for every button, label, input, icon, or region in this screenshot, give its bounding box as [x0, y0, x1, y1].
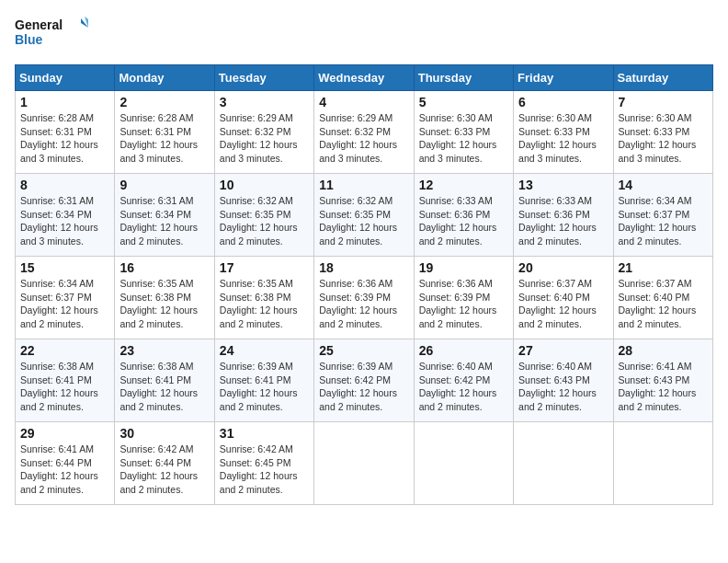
calendar-week-5: 29Sunrise: 6:41 AMSunset: 6:44 PMDayligh… — [16, 422, 713, 505]
day-info: Sunrise: 6:30 AMSunset: 6:33 PMDaylight:… — [518, 111, 608, 166]
day-number: 20 — [518, 260, 608, 275]
day-info: Sunrise: 6:31 AMSunset: 6:34 PMDaylight:… — [119, 194, 209, 248]
calendar-cell: 3Sunrise: 6:29 AMSunset: 6:32 PMDaylight… — [214, 91, 313, 174]
day-number: 23 — [119, 343, 209, 358]
calendar-cell: 28Sunrise: 6:41 AMSunset: 6:43 PMDayligh… — [613, 339, 712, 422]
day-info: Sunrise: 6:42 AMSunset: 6:44 PMDaylight:… — [119, 442, 209, 497]
day-info: Sunrise: 6:38 AMSunset: 6:41 PMDaylight:… — [119, 360, 209, 414]
day-info: Sunrise: 6:39 AMSunset: 6:42 PMDaylight:… — [319, 360, 408, 414]
day-info: Sunrise: 6:31 AMSunset: 6:34 PMDaylight:… — [20, 194, 109, 248]
calendar-header-row: SundayMondayTuesdayWednesdayThursdayFrid… — [16, 65, 713, 91]
calendar-cell: 29Sunrise: 6:41 AMSunset: 6:44 PMDayligh… — [16, 422, 115, 505]
calendar-cell: 14Sunrise: 6:34 AMSunset: 6:37 PMDayligh… — [613, 174, 712, 257]
page-header: General Blue — [15, 15, 713, 53]
day-number: 8 — [20, 178, 109, 192]
calendar-week-4: 22Sunrise: 6:38 AMSunset: 6:41 PMDayligh… — [16, 339, 713, 422]
day-number: 18 — [319, 260, 408, 275]
day-info: Sunrise: 6:36 AMSunset: 6:39 PMDaylight:… — [319, 277, 408, 331]
calendar-cell: 2Sunrise: 6:28 AMSunset: 6:31 PMDaylight… — [115, 91, 214, 174]
day-number: 30 — [119, 426, 209, 441]
calendar-cell: 12Sunrise: 6:33 AMSunset: 6:36 PMDayligh… — [414, 174, 513, 257]
day-info: Sunrise: 6:29 AMSunset: 6:32 PMDaylight:… — [319, 111, 408, 166]
day-number: 14 — [619, 178, 708, 192]
day-info: Sunrise: 6:41 AMSunset: 6:44 PMDaylight:… — [20, 442, 109, 497]
day-number: 2 — [119, 95, 209, 109]
calendar-cell: 8Sunrise: 6:31 AMSunset: 6:34 PMDaylight… — [16, 174, 115, 257]
day-number: 17 — [220, 260, 309, 275]
day-info: Sunrise: 6:41 AMSunset: 6:43 PMDaylight:… — [619, 360, 708, 414]
calendar-cell: 9Sunrise: 6:31 AMSunset: 6:34 PMDaylight… — [115, 174, 214, 257]
calendar-cell: 7Sunrise: 6:30 AMSunset: 6:33 PMDaylight… — [613, 91, 712, 174]
calendar-cell: 24Sunrise: 6:39 AMSunset: 6:41 PMDayligh… — [214, 339, 313, 422]
calendar-cell: 17Sunrise: 6:35 AMSunset: 6:38 PMDayligh… — [214, 257, 313, 339]
day-number: 10 — [220, 178, 309, 192]
calendar-cell: 30Sunrise: 6:42 AMSunset: 6:44 PMDayligh… — [115, 422, 214, 505]
calendar-cell: 18Sunrise: 6:36 AMSunset: 6:39 PMDayligh… — [314, 257, 414, 339]
day-info: Sunrise: 6:32 AMSunset: 6:35 PMDaylight:… — [220, 194, 309, 248]
day-info: Sunrise: 6:28 AMSunset: 6:31 PMDaylight:… — [20, 111, 109, 166]
day-number: 31 — [220, 426, 309, 441]
calendar-cell — [613, 422, 712, 505]
day-info: Sunrise: 6:34 AMSunset: 6:37 PMDaylight:… — [619, 194, 708, 248]
calendar-cell: 10Sunrise: 6:32 AMSunset: 6:35 PMDayligh… — [214, 174, 313, 257]
calendar-cell: 4Sunrise: 6:29 AMSunset: 6:32 PMDaylight… — [314, 91, 414, 174]
day-info: Sunrise: 6:37 AMSunset: 6:40 PMDaylight:… — [619, 277, 708, 331]
column-header-friday: Friday — [514, 65, 613, 91]
day-info: Sunrise: 6:30 AMSunset: 6:33 PMDaylight:… — [619, 111, 708, 166]
day-info: Sunrise: 6:42 AMSunset: 6:45 PMDaylight:… — [220, 442, 309, 497]
day-number: 12 — [419, 178, 508, 192]
day-info: Sunrise: 6:40 AMSunset: 6:42 PMDaylight:… — [419, 360, 508, 414]
day-number: 4 — [319, 95, 408, 109]
day-info: Sunrise: 6:37 AMSunset: 6:40 PMDaylight:… — [518, 277, 608, 331]
day-number: 27 — [518, 343, 608, 358]
calendar-cell: 6Sunrise: 6:30 AMSunset: 6:33 PMDaylight… — [514, 91, 613, 174]
day-number: 22 — [20, 343, 109, 358]
column-header-sunday: Sunday — [16, 65, 115, 91]
day-info: Sunrise: 6:35 AMSunset: 6:38 PMDaylight:… — [220, 277, 309, 331]
calendar-cell: 31Sunrise: 6:42 AMSunset: 6:45 PMDayligh… — [214, 422, 313, 505]
day-number: 26 — [419, 343, 508, 358]
day-info: Sunrise: 6:28 AMSunset: 6:31 PMDaylight:… — [119, 111, 209, 166]
day-info: Sunrise: 6:35 AMSunset: 6:38 PMDaylight:… — [119, 277, 209, 331]
day-number: 25 — [319, 343, 408, 358]
calendar-cell — [514, 422, 613, 505]
day-number: 21 — [619, 260, 708, 275]
day-info: Sunrise: 6:30 AMSunset: 6:33 PMDaylight:… — [419, 111, 508, 166]
day-info: Sunrise: 6:38 AMSunset: 6:41 PMDaylight:… — [20, 360, 109, 414]
day-number: 16 — [119, 260, 209, 275]
column-header-monday: Monday — [115, 65, 214, 91]
calendar-cell: 15Sunrise: 6:34 AMSunset: 6:37 PMDayligh… — [16, 257, 115, 339]
day-number: 13 — [518, 178, 608, 192]
day-number: 1 — [20, 95, 109, 109]
calendar-table: SundayMondayTuesdayWednesdayThursdayFrid… — [15, 64, 713, 505]
calendar-cell: 11Sunrise: 6:32 AMSunset: 6:35 PMDayligh… — [314, 174, 414, 257]
day-number: 5 — [419, 95, 508, 109]
calendar-week-3: 15Sunrise: 6:34 AMSunset: 6:37 PMDayligh… — [16, 257, 713, 339]
day-info: Sunrise: 6:33 AMSunset: 6:36 PMDaylight:… — [518, 194, 608, 248]
calendar-cell: 1Sunrise: 6:28 AMSunset: 6:31 PMDaylight… — [16, 91, 115, 174]
calendar-cell: 27Sunrise: 6:40 AMSunset: 6:43 PMDayligh… — [514, 339, 613, 422]
calendar-cell: 19Sunrise: 6:36 AMSunset: 6:39 PMDayligh… — [414, 257, 513, 339]
calendar-cell: 13Sunrise: 6:33 AMSunset: 6:36 PMDayligh… — [514, 174, 613, 257]
calendar-cell — [414, 422, 513, 505]
day-number: 6 — [518, 95, 608, 109]
svg-text:General: General — [15, 17, 63, 32]
svg-text:Blue: Blue — [15, 32, 43, 47]
day-info: Sunrise: 6:34 AMSunset: 6:37 PMDaylight:… — [20, 277, 109, 331]
column-header-tuesday: Tuesday — [214, 65, 313, 91]
logo-svg: General Blue — [15, 15, 88, 53]
day-number: 9 — [119, 178, 209, 192]
day-number: 29 — [20, 426, 109, 441]
calendar-cell: 16Sunrise: 6:35 AMSunset: 6:38 PMDayligh… — [115, 257, 214, 339]
day-info: Sunrise: 6:33 AMSunset: 6:36 PMDaylight:… — [419, 194, 508, 248]
day-number: 7 — [619, 95, 708, 109]
calendar-week-1: 1Sunrise: 6:28 AMSunset: 6:31 PMDaylight… — [16, 91, 713, 174]
day-number: 24 — [220, 343, 309, 358]
calendar-cell: 5Sunrise: 6:30 AMSunset: 6:33 PMDaylight… — [414, 91, 513, 174]
day-info: Sunrise: 6:40 AMSunset: 6:43 PMDaylight:… — [518, 360, 608, 414]
day-number: 15 — [20, 260, 109, 275]
calendar-cell: 20Sunrise: 6:37 AMSunset: 6:40 PMDayligh… — [514, 257, 613, 339]
day-number: 19 — [419, 260, 508, 275]
column-header-saturday: Saturday — [613, 65, 712, 91]
logo: General Blue — [15, 15, 88, 53]
